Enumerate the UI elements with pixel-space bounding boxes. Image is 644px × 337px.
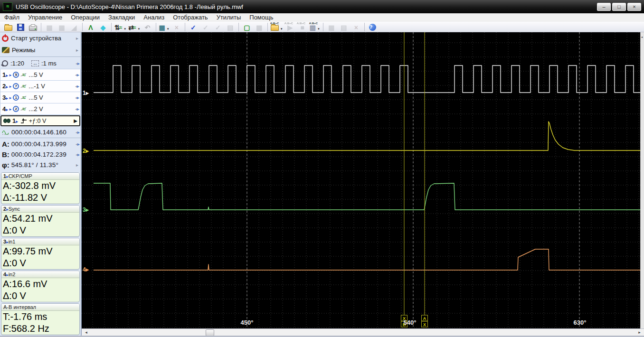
channel-range-value: ...5 V xyxy=(28,71,43,78)
channel-2-settings-row[interactable]: 2▸▸7≈...-1 V◂▸ xyxy=(0,80,81,92)
time-counter: 000:00:04.146.160 xyxy=(11,129,66,136)
channel-3-marker[interactable]: 3▸ xyxy=(83,206,89,213)
menu-item[interactable]: Утилиты xyxy=(212,13,246,22)
channel-2-marker[interactable]: 2▸ xyxy=(83,148,89,154)
cursor-flag-label: X xyxy=(423,322,426,327)
magnifier-icon xyxy=(2,60,8,66)
dropdown-arrow-icon[interactable]: ▼ xyxy=(167,28,170,30)
clear-markers-icon: × xyxy=(175,24,179,32)
scroll-right-button[interactable]: ▸ xyxy=(636,329,643,336)
marker-mode-icon: ◆ xyxy=(101,24,106,32)
horizontal-scale-button[interactable]: ⇄≈▼ xyxy=(127,22,141,32)
chart-report-icon: ▦ xyxy=(328,24,334,32)
close-button[interactable]: × xyxy=(627,3,641,11)
channel-4-settings-row[interactable]: 4▸▸2≈...2 V◂▸ xyxy=(0,103,81,115)
menu-item[interactable]: Файл xyxy=(0,13,24,22)
panel-value-1: A:54.21 mV xyxy=(1,213,79,225)
panel-header: 3▸in1 xyxy=(1,238,79,245)
menu-item[interactable]: Операции xyxy=(66,13,104,22)
measure-panel-sync: 2▸SyncA:54.21 mVΔ:0 V xyxy=(1,205,80,237)
cursor-a-time: 000:00:04.173.999 xyxy=(11,140,66,148)
impulse-mode-icon: Λ xyxy=(88,24,93,32)
channel-number: 4▸ xyxy=(2,105,8,112)
horizontal-scale-icon: ⇄≈ xyxy=(128,24,136,32)
abc-open-button[interactable]: A:B+C▼ xyxy=(270,22,284,32)
adjust-arrows[interactable]: ◂▸ xyxy=(76,130,79,135)
dropdown-arrow-icon[interactable]: ▼ xyxy=(317,28,320,30)
measure-panel-in2: 4▸in2A:16.6 mVΔ:0 V xyxy=(1,271,80,302)
adjust-arrows[interactable]: ◂▸ xyxy=(75,72,79,77)
menu-item[interactable]: Управление xyxy=(24,13,66,22)
minimize-button[interactable]: – xyxy=(597,3,611,11)
menu-item[interactable]: Анализ xyxy=(139,13,169,22)
apply-check-button[interactable]: ✓ xyxy=(187,22,199,32)
vertical-scale-button[interactable]: ⇅≈▼ xyxy=(114,22,127,32)
save-file-button[interactable] xyxy=(14,22,27,32)
print-button[interactable] xyxy=(27,22,39,32)
window-title: USB Oscilloscope - D:\AutoScope-4\Nissan… xyxy=(16,3,594,10)
adjust-arrows[interactable]: ◂▸ xyxy=(75,106,79,112)
trigger-row[interactable]: 1▸ +ƒ:0 V ▶ xyxy=(0,115,80,126)
adjust-arrows[interactable]: ◂▸ xyxy=(76,61,79,66)
probe-number-badge: 7 xyxy=(13,83,19,89)
apply-check-icon: ✓ xyxy=(190,24,196,32)
modes-button[interactable]: Режимы ▸ xyxy=(0,44,81,56)
chart-view-button[interactable]: ▦▼ xyxy=(158,22,170,32)
cursor-b-time: 000:00:04.172.239 xyxy=(11,151,66,158)
adjust-arrows[interactable]: ◂▸ xyxy=(75,95,79,100)
help-button[interactable] xyxy=(367,22,379,32)
toolbar-separator xyxy=(238,23,239,31)
abc-panel-button[interactable]: A:B+C▥▼ xyxy=(309,22,321,32)
menu-item[interactable]: Закладки xyxy=(104,13,139,22)
coupling-sine-icon: ≈ xyxy=(20,105,27,112)
probe-arrow-icon: ▸ xyxy=(9,84,12,89)
start-device-button[interactable]: Старт устройства ▸ xyxy=(0,32,81,44)
chart-view-icon: ▦ xyxy=(159,24,165,32)
channel-1-settings-row[interactable]: 1▸▸5≈...5 V◂▸ xyxy=(0,69,81,80)
channel-number: 2▸ xyxy=(2,83,8,90)
dropdown-arrow-icon[interactable]: ▼ xyxy=(138,28,141,30)
channel-1-marker[interactable]: 1▸ xyxy=(83,90,89,96)
time-counter-row: 000:00:04.146.160 ◂▸ xyxy=(0,127,81,137)
adjust-arrows[interactable]: ◂▸ xyxy=(75,84,79,89)
panel-value-2: Δ:0 V xyxy=(1,257,79,269)
maximize-button[interactable]: □ xyxy=(612,3,626,11)
marker-mode-button[interactable]: ◆ xyxy=(97,22,109,32)
panel-value-1: A:-302.8 mV xyxy=(1,180,79,192)
sine-time-icon xyxy=(2,129,9,135)
adjust-arrows[interactable]: ◂▸ xyxy=(76,141,79,147)
select-region-button[interactable]: ▢ xyxy=(241,22,253,32)
channel-4-marker[interactable]: 4▸ xyxy=(83,266,89,273)
chevron-right-icon: ▸ xyxy=(76,47,78,53)
menu-item[interactable]: Отображать xyxy=(169,13,212,22)
channel-3-settings-row[interactable]: 3▸▸1≈...5 V◂▸ xyxy=(0,92,81,103)
toolbar-separator xyxy=(111,23,112,31)
dropdown-arrow-icon[interactable]: ▼ xyxy=(280,28,283,30)
scroll-thumb[interactable] xyxy=(206,329,214,336)
dropdown-arrow-icon[interactable]: ▼ xyxy=(123,28,126,30)
open-file-button[interactable] xyxy=(2,22,14,32)
right-splitter[interactable]: ◂ xyxy=(640,32,644,328)
save-file-icon xyxy=(17,24,24,31)
zoom-factor: :1:20 xyxy=(10,60,24,67)
channel-range-value: ...-1 V xyxy=(28,83,45,90)
vertical-scale-icon: ⇅≈ xyxy=(114,24,122,32)
impulse-mode-button[interactable]: Λ xyxy=(85,22,97,32)
scale-row[interactable]: :1:20 ↔ :1 ms ◂▸ xyxy=(0,57,81,69)
channel-range-value: ...2 V xyxy=(28,105,43,112)
panel-value-2: Δ:0 V xyxy=(1,225,79,236)
scroll-left-button[interactable]: ◂ xyxy=(83,329,90,336)
adjust-arrows[interactable]: ◂▸ xyxy=(76,152,79,157)
abc-stop-icon: ■ xyxy=(300,24,304,32)
scope-plot-area[interactable]: 1▸2▸3▸4▸XBAX450°540°630° xyxy=(82,32,640,328)
save-fragment-icon: ▦ xyxy=(46,24,52,32)
panel-header: 2▸Sync xyxy=(1,206,79,213)
zoom-region-icon: ▦ xyxy=(256,24,262,32)
undo-button: ↶ xyxy=(142,22,154,32)
menu-item[interactable]: Помощь xyxy=(245,13,277,22)
toolbar-separator xyxy=(364,23,365,31)
horizontal-scrollbar[interactable]: ◂ ▸ xyxy=(82,328,644,336)
trigger-channel: 1▸ xyxy=(12,117,18,124)
play-icon[interactable]: ▶ xyxy=(74,118,77,123)
print-icon xyxy=(29,26,37,31)
